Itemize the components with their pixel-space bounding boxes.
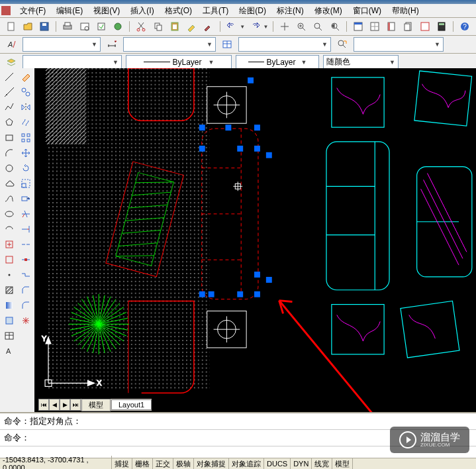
menu-view[interactable]: 视图(V) — [88, 4, 125, 18]
arc-icon[interactable] — [1, 146, 17, 160]
redo-dd[interactable]: ▼ — [263, 24, 268, 30]
fillet-icon[interactable] — [18, 298, 34, 313]
menu-file[interactable]: 文件(F) — [15, 4, 51, 18]
xline-icon[interactable] — [1, 85, 17, 99]
new-icon[interactable] — [4, 19, 18, 34]
linetype-combo[interactable]: ByLayer▼ — [126, 55, 232, 70]
menu-help[interactable]: 帮助(H) — [387, 4, 424, 18]
line-icon[interactable] — [1, 70, 17, 84]
menu-format[interactable]: 格式(O) — [160, 4, 197, 18]
mtext-icon[interactable]: A — [1, 344, 17, 358]
tab-layout1[interactable]: Layout1 — [111, 399, 152, 410]
modelspace[interactable]: Y X — [34, 68, 476, 412]
menu-dim[interactable]: 标注(N) — [271, 4, 309, 18]
paste-icon[interactable] — [167, 19, 181, 34]
tab-prev-icon[interactable]: ◀ — [49, 399, 60, 411]
drawing-canvas[interactable]: Y X — [34, 68, 476, 412]
ellipse-icon[interactable] — [1, 207, 17, 221]
tab-next-icon[interactable]: ▶ — [60, 399, 70, 411]
properties-icon[interactable] — [351, 19, 365, 34]
3dprint-icon[interactable] — [111, 19, 125, 34]
pan-icon[interactable] — [277, 19, 291, 34]
layer-combo[interactable]: ▼ — [23, 55, 122, 70]
join-icon[interactable] — [18, 268, 34, 282]
pline-icon[interactable] — [1, 100, 17, 115]
plotstyle-combo[interactable]: 随颜色▼ — [323, 55, 399, 70]
menu-insert[interactable]: 插入(I) — [125, 4, 159, 18]
extend-icon[interactable] — [18, 222, 34, 236]
undo-dd[interactable]: ▼ — [240, 24, 245, 30]
erase-icon[interactable] — [18, 70, 34, 84]
sheetset-icon[interactable] — [401, 19, 415, 34]
grid-toggle[interactable]: 栅格 — [132, 458, 153, 469]
redo-icon[interactable] — [248, 19, 262, 34]
copy-icon[interactable] — [151, 19, 165, 34]
gradient-icon[interactable] — [1, 298, 17, 313]
makeblk-icon[interactable] — [1, 252, 17, 267]
trim-icon[interactable] — [18, 207, 34, 221]
explode-icon[interactable] — [18, 313, 34, 328]
stretch-icon[interactable] — [18, 191, 34, 206]
circle-icon[interactable] — [1, 161, 17, 176]
break-icon[interactable] — [18, 237, 34, 252]
snap-toggle[interactable]: 捕捉 — [112, 458, 132, 469]
table-style-combo[interactable]: ▼ — [238, 37, 331, 52]
chamfer-icon[interactable] — [18, 283, 34, 297]
insertblk-icon[interactable] — [1, 237, 17, 252]
text-style-combo[interactable]: ▼ — [23, 37, 101, 52]
styleapply-combo[interactable]: ▼ — [354, 37, 444, 52]
ortho-toggle[interactable]: 正交 — [153, 458, 173, 469]
zoom-prev-icon[interactable] — [328, 19, 342, 34]
dimstyle-icon[interactable] — [105, 37, 119, 52]
point-icon[interactable] — [1, 268, 17, 282]
revcloud-icon[interactable] — [1, 176, 17, 191]
otrack-toggle[interactable]: 对象追踪 — [229, 458, 264, 469]
mirror-icon[interactable] — [18, 100, 34, 115]
ellipsearc-icon[interactable] — [1, 222, 17, 236]
save-icon[interactable] — [38, 19, 52, 34]
quickcalc-icon[interactable] — [435, 19, 449, 34]
zoom-window-icon[interactable] — [311, 19, 325, 34]
table-icon[interactable] — [1, 329, 17, 343]
publish-icon[interactable] — [94, 19, 108, 34]
menu-modify[interactable]: 修改(M) — [309, 4, 348, 18]
breakpt-icon[interactable] — [18, 252, 34, 267]
open-icon[interactable] — [21, 19, 34, 34]
brush-icon[interactable] — [201, 19, 215, 34]
menu-edit[interactable]: 编辑(E) — [51, 4, 88, 18]
model-toggle[interactable]: 模型 — [332, 458, 353, 469]
copytool-icon[interactable] — [18, 85, 34, 99]
dyn-toggle[interactable]: DYN — [291, 458, 312, 469]
scale-icon[interactable] — [18, 176, 34, 191]
osnap-toggle[interactable]: 对象捕捉 — [194, 458, 229, 469]
rect-icon[interactable] — [1, 130, 17, 145]
menu-window[interactable]: 窗口(W) — [348, 4, 387, 18]
tab-last-icon[interactable]: ⏭ — [70, 399, 81, 411]
hatch-icon[interactable] — [1, 283, 17, 297]
lineweight-combo[interactable]: ByLayer▼ — [236, 55, 319, 70]
menu-tools[interactable]: 工具(T) — [197, 4, 234, 18]
styleapply-icon[interactable] — [335, 37, 350, 52]
cut-icon[interactable] — [134, 19, 148, 34]
textstyle-icon[interactable]: A — [4, 37, 19, 52]
offset-icon[interactable] — [18, 115, 34, 130]
polar-toggle[interactable]: 极轴 — [173, 458, 194, 469]
spline-icon[interactable] — [1, 191, 17, 206]
polygon-icon[interactable] — [1, 115, 17, 130]
zoom-realtime-icon[interactable] — [294, 19, 308, 34]
region-icon[interactable] — [1, 313, 17, 328]
lwt-toggle[interactable]: 线宽 — [312, 458, 332, 469]
layer-manager-icon[interactable] — [4, 55, 19, 70]
toolpalette-icon[interactable] — [385, 19, 399, 34]
tab-model[interactable]: 模型 — [81, 399, 111, 411]
plot-preview-icon[interactable] — [77, 19, 91, 34]
tablestyle-icon[interactable] — [220, 37, 234, 52]
tab-first-icon[interactable]: ⏮ — [38, 399, 49, 411]
plot-icon[interactable] — [61, 19, 75, 34]
menu-draw[interactable]: 绘图(D) — [234, 4, 271, 18]
ducs-toggle[interactable]: DUCS — [264, 458, 291, 469]
movetool-icon[interactable] — [18, 146, 34, 160]
help-icon[interactable]: ? — [458, 19, 472, 34]
undo-icon[interactable] — [224, 19, 238, 34]
dim-style-combo[interactable]: ▼ — [123, 37, 216, 52]
